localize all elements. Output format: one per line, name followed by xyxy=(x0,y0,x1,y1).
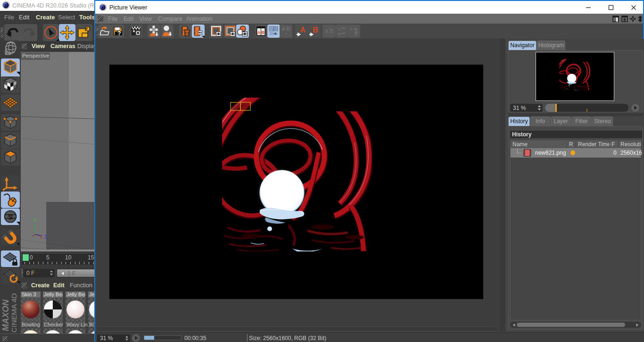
svg-text:?: ? xyxy=(117,30,121,37)
svg-text:A: A xyxy=(350,27,353,32)
svg-text:B: B xyxy=(262,30,265,35)
svg-text:Y: Y xyxy=(33,218,37,223)
svg-text:A: A xyxy=(257,30,261,35)
svg-text:Z: Z xyxy=(44,234,47,240)
svg-text:A: A xyxy=(270,26,272,31)
svg-text:A: A xyxy=(325,29,328,34)
svg-text:B: B xyxy=(287,26,290,32)
svg-text:B: B xyxy=(274,26,277,31)
svg-text:B: B xyxy=(313,26,318,34)
svg-text:A: A xyxy=(300,26,305,34)
svg-text:A: A xyxy=(338,27,341,32)
svg-text:B: B xyxy=(330,29,333,34)
svg-text:S: S xyxy=(8,213,13,221)
svg-text:B: B xyxy=(338,32,341,36)
svg-text:X: X xyxy=(40,234,43,240)
svg-text:A: A xyxy=(282,26,286,32)
